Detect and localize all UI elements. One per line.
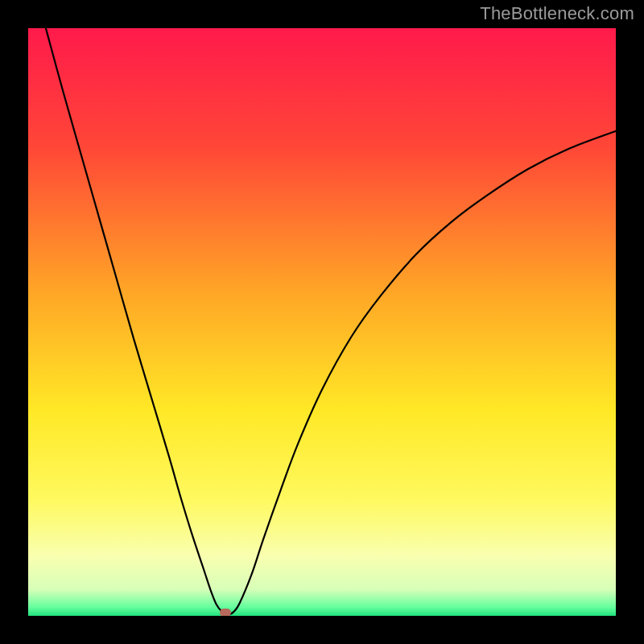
curve-layer [28,28,616,616]
plot-area [28,28,616,616]
optimal-point-marker [220,609,231,616]
bottleneck-curve [46,28,616,615]
watermark-text: TheBottleneck.com [480,3,634,24]
chart-frame: TheBottleneck.com [0,0,644,644]
